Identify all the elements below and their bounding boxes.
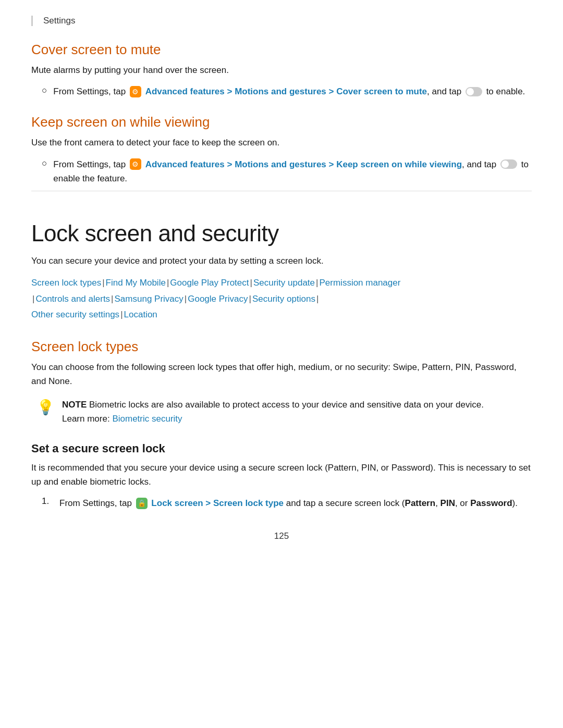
- section-screen-lock-types: Screen lock types You can choose from th…: [31, 339, 532, 426]
- numbered-item-1: 1. From Settings, tap Lock screen > Scre…: [42, 496, 532, 510]
- link-find-my-mobile[interactable]: Find My Mobile: [106, 278, 166, 288]
- lock-screen-heading: Lock screen and security: [31, 220, 532, 246]
- screen-lock-types-heading: Screen lock types: [31, 339, 532, 355]
- keep-screen-heading: Keep screen on while viewing: [31, 114, 532, 130]
- keep-screen-link[interactable]: Advanced features > Motions and gestures…: [145, 159, 462, 169]
- password-label: Password: [470, 498, 512, 508]
- gear-icon-1: [130, 86, 141, 97]
- cover-screen-bullet: ○ From Settings, tap Advanced features >…: [42, 84, 532, 98]
- cover-screen-link[interactable]: Advanced features > Motions and gestures…: [145, 87, 427, 96]
- cover-screen-bullet-text: From Settings, tap Advanced features > M…: [53, 84, 525, 98]
- page-container: Settings Cover screen to mute Mute alarm…: [0, 0, 563, 728]
- lock-icon-1: [136, 498, 148, 509]
- lock-screen-body: You can secure your device and protect y…: [31, 254, 532, 268]
- pin-label: PIN: [440, 498, 455, 508]
- bullet-circle-1: ○: [42, 85, 47, 96]
- cover-screen-body: Mute alarms by putting your hand over th…: [31, 63, 532, 77]
- numbered-label-1: 1.: [42, 496, 54, 507]
- section-cover-screen: Cover screen to mute Mute alarms by putt…: [31, 42, 532, 98]
- toggle-icon-1[interactable]: [466, 87, 482, 96]
- numbered-text-1: From Settings, tap Lock screen > Screen …: [59, 496, 518, 510]
- cover-screen-heading: Cover screen to mute: [31, 42, 532, 58]
- link-permission-manager[interactable]: Permission manager: [319, 278, 400, 288]
- toggle-icon-2[interactable]: [500, 159, 517, 169]
- page-label: Settings: [43, 16, 75, 26]
- link-screen-lock-types[interactable]: Screen lock types: [31, 278, 101, 288]
- set-secure-lock-body: It is recommended that you secure your d…: [31, 461, 532, 489]
- note-content: NOTE Biometric locks are also available …: [62, 398, 484, 426]
- link-samsung-privacy[interactable]: Samsung Privacy: [115, 294, 183, 304]
- page-number: 125: [31, 531, 532, 541]
- screen-lock-types-body: You can choose from the following screen…: [31, 360, 532, 388]
- link-google-privacy[interactable]: Google Privacy: [188, 294, 248, 304]
- link-google-play-protect[interactable]: Google Play Protect: [170, 278, 249, 288]
- link-controls-and-alerts[interactable]: Controls and alerts: [35, 294, 110, 304]
- section-lock-screen: Lock screen and security You can secure …: [31, 191, 532, 323]
- note-learn-more-label: Learn more:: [62, 414, 110, 424]
- link-other-security-settings[interactable]: Other security settings: [31, 310, 119, 319]
- links-line: Screen lock types|Find My Mobile|Google …: [31, 275, 532, 323]
- keep-screen-body: Use the front camera to detect your face…: [31, 135, 532, 150]
- page-header: Settings: [31, 16, 532, 26]
- section-keep-screen: Keep screen on while viewing Use the fro…: [31, 114, 532, 186]
- keep-screen-bullet: ○ From Settings, tap Advanced features >…: [42, 157, 532, 186]
- numbered-link-1[interactable]: Lock screen > Screen lock type: [151, 498, 284, 508]
- note-text: Biometric locks are also available to pr…: [89, 400, 484, 410]
- set-secure-lock-heading: Set a secure screen lock: [31, 442, 532, 455]
- gear-icon-2: [130, 158, 141, 170]
- note-bold-label: NOTE: [62, 400, 87, 410]
- pattern-label: Pattern: [405, 498, 436, 508]
- note-box: 💡 NOTE Biometric locks are also availabl…: [31, 398, 532, 426]
- link-biometric-security[interactable]: Biometric security: [112, 414, 182, 424]
- note-icon: 💡: [36, 399, 55, 416]
- link-security-update[interactable]: Security update: [253, 278, 315, 288]
- link-location[interactable]: Location: [124, 310, 157, 319]
- bullet-circle-2: ○: [42, 158, 47, 169]
- keep-screen-bullet-text: From Settings, tap Advanced features > M…: [53, 157, 532, 186]
- section-set-secure-lock: Set a secure screen lock It is recommend…: [31, 442, 532, 511]
- link-security-options[interactable]: Security options: [252, 294, 315, 304]
